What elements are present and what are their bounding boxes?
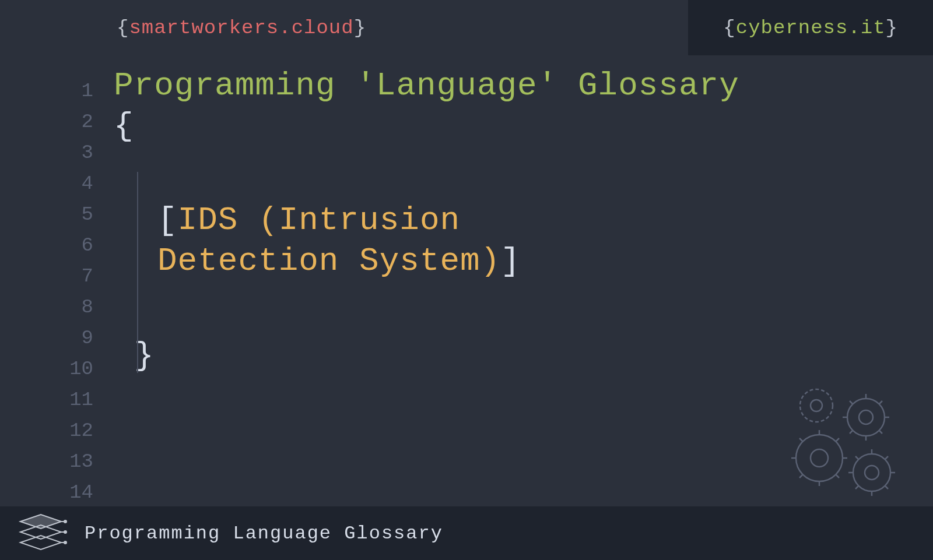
close-brace: } (134, 337, 933, 374)
glossary-title: Programming 'Language' Glossary (114, 67, 933, 104)
line-number: 3 (0, 138, 93, 168)
bracket-open: [ (157, 202, 178, 239)
svg-line-18 (799, 438, 803, 442)
glossary-term: [IDS (Intrusion Detection System)] (157, 200, 933, 281)
line-number: 2 (0, 107, 93, 138)
svg-point-34 (64, 541, 66, 544)
layers-icon (12, 512, 70, 555)
line-numbers-gutter: 1 2 3 4 5 6 7 8 9 10 11 12 13 14 (0, 55, 102, 510)
svg-line-20 (836, 438, 839, 442)
svg-point-0 (800, 389, 833, 422)
svg-line-29 (885, 485, 888, 489)
svg-line-9 (879, 430, 882, 434)
tabs-container: {smartworkers.cloud} {cyberness.it} (0, 0, 933, 55)
brace-open: { (117, 17, 129, 39)
tab-label: smartworkers.cloud (129, 17, 353, 39)
brace-open: { (723, 17, 735, 39)
line-number: 14 (0, 477, 93, 508)
svg-line-8 (850, 401, 853, 404)
svg-point-1 (811, 400, 822, 411)
svg-point-13 (811, 449, 828, 467)
footer-title: Programming Language Glossary (85, 523, 443, 544)
line-number: 12 (0, 415, 93, 446)
open-brace: { (114, 107, 933, 145)
line-number: 11 (0, 385, 93, 415)
tab-label: cyberness.it (736, 17, 886, 39)
line-number: 8 (0, 292, 93, 323)
svg-line-31 (855, 485, 859, 489)
brace-close: } (886, 17, 898, 39)
line-number: 10 (0, 354, 93, 385)
tab-spacer (401, 0, 688, 55)
line-number: 4 (0, 168, 93, 199)
term-text-line1: IDS (Intrusion (178, 202, 460, 239)
footer-bar: Programming Language Glossary (0, 506, 933, 560)
line-number: 5 (0, 199, 93, 230)
svg-point-33 (64, 531, 66, 533)
svg-line-11 (850, 430, 853, 434)
line-number: 1 (0, 76, 93, 107)
indent-guide (137, 172, 138, 373)
svg-line-30 (885, 456, 888, 460)
line-number: 13 (0, 446, 93, 477)
svg-line-10 (879, 401, 882, 404)
svg-point-23 (865, 466, 879, 480)
svg-line-19 (836, 474, 839, 478)
brace-close: } (354, 17, 366, 39)
line-number: 9 (0, 323, 93, 354)
svg-line-28 (855, 456, 859, 460)
bracket-close: ] (500, 242, 521, 280)
svg-line-21 (799, 474, 803, 478)
svg-point-3 (859, 410, 873, 424)
term-text-line2: Detection System) (157, 242, 500, 280)
tab-smartworkers[interactable]: {smartworkers.cloud} (82, 0, 401, 55)
line-number: 6 (0, 230, 93, 261)
gears-icon (781, 385, 910, 502)
tab-cyberness[interactable]: {cyberness.it} (688, 0, 933, 55)
svg-point-32 (64, 520, 66, 523)
line-number: 7 (0, 261, 93, 292)
